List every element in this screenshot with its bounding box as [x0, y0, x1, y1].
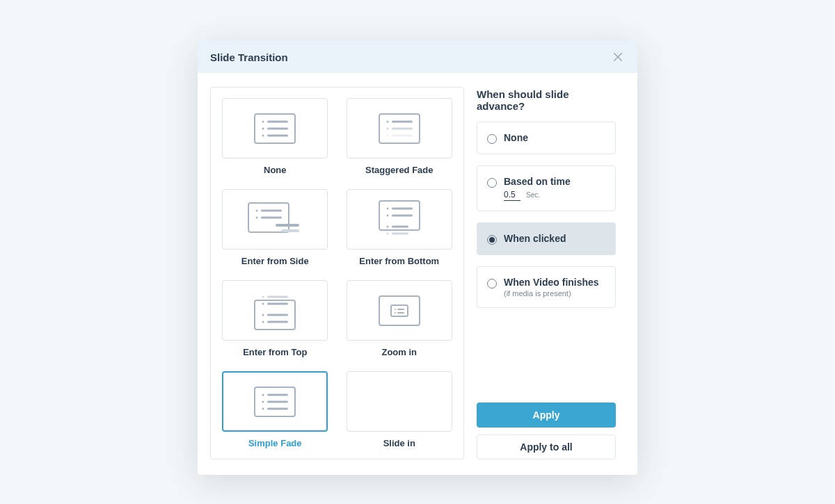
transition-none[interactable]: None	[221, 98, 329, 175]
enter-top-icon	[254, 291, 296, 330]
svg-point-22	[386, 207, 388, 209]
advance-option-video[interactable]: When Video finishes (if media is present…	[477, 266, 616, 308]
svg-rect-23	[392, 207, 413, 209]
time-unit-label: Sec.	[526, 191, 540, 199]
time-value-input[interactable]: 0.5	[504, 190, 520, 201]
transition-label: None	[264, 165, 287, 175]
transition-tile[interactable]	[347, 189, 452, 250]
transition-label: Staggered Fade	[365, 165, 434, 175]
svg-point-1	[262, 120, 264, 122]
svg-rect-32	[267, 314, 288, 316]
advance-option-time[interactable]: Based on time 0.5 Sec.	[477, 165, 616, 211]
svg-rect-4	[267, 127, 288, 129]
zoom-in-icon	[379, 295, 420, 326]
svg-rect-20	[281, 229, 299, 232]
transition-slide-in[interactable]: Slide in	[346, 371, 454, 448]
svg-point-26	[386, 225, 388, 227]
transition-simple-fade[interactable]: Simple Fade	[221, 371, 329, 448]
svg-rect-2	[267, 120, 288, 122]
svg-point-37	[262, 302, 264, 304]
enter-side-icon	[248, 202, 302, 237]
svg-point-35	[262, 295, 264, 298]
advance-option-click[interactable]: When clicked	[477, 222, 616, 255]
svg-rect-47	[267, 393, 288, 396]
time-row: 0.5 Sec.	[504, 190, 571, 201]
radio-icon	[487, 178, 497, 188]
radio-icon	[487, 235, 497, 245]
enter-bottom-icon	[379, 200, 420, 239]
svg-rect-18	[261, 216, 282, 218]
svg-point-46	[262, 393, 264, 396]
staggered-fade-icon	[379, 113, 420, 144]
svg-rect-25	[392, 214, 413, 216]
transition-tile[interactable]	[222, 280, 328, 341]
apply-to-all-button[interactable]: Apply to all	[477, 434, 616, 460]
close-icon	[612, 51, 624, 63]
apply-button[interactable]: Apply	[477, 403, 616, 428]
option-label: None	[504, 132, 528, 143]
svg-rect-19	[276, 224, 299, 227]
transition-label: Enter from Top	[243, 347, 307, 357]
svg-point-28	[386, 232, 388, 234]
advance-option-none[interactable]: None	[477, 122, 616, 154]
transition-label: Slide in	[383, 438, 415, 448]
list-card-icon	[254, 113, 296, 144]
svg-rect-34	[267, 320, 288, 323]
svg-point-33	[262, 320, 264, 323]
transition-label: Zoom in	[381, 347, 417, 357]
transition-enter-from-side[interactable]: Enter from Side	[221, 189, 329, 266]
transition-label: Enter from Side	[241, 256, 309, 266]
option-label: When Video finishes	[504, 277, 599, 288]
advance-title: When should slide advance?	[477, 88, 616, 112]
svg-point-31	[262, 314, 264, 316]
svg-point-50	[262, 407, 264, 409]
svg-rect-39	[379, 296, 420, 325]
svg-point-15	[256, 209, 258, 211]
svg-rect-9	[392, 120, 413, 122]
svg-rect-6	[267, 134, 288, 136]
svg-rect-49	[267, 400, 288, 403]
svg-point-43	[395, 312, 396, 314]
transition-enter-from-bottom[interactable]: Enter from Bottom	[346, 189, 454, 266]
svg-point-48	[262, 400, 264, 403]
transitions-panel: None Staggered Fade	[210, 87, 464, 460]
svg-rect-42	[397, 309, 404, 310]
advance-panel: When should slide advance? None Based on…	[477, 87, 616, 460]
transition-label: Simple Fade	[248, 438, 302, 448]
svg-rect-44	[397, 312, 404, 314]
svg-point-24	[386, 214, 388, 216]
svg-rect-29	[392, 232, 408, 234]
transition-tile[interactable]	[222, 189, 328, 250]
svg-point-12	[386, 134, 388, 136]
radio-icon	[487, 279, 497, 288]
transition-enter-from-top[interactable]: Enter from Top	[221, 280, 329, 357]
svg-rect-11	[392, 127, 413, 129]
transition-tile[interactable]	[347, 280, 452, 341]
transition-zoom-in[interactable]: Zoom in	[346, 280, 454, 357]
simple-fade-icon	[254, 387, 296, 417]
svg-rect-36	[267, 295, 288, 298]
transition-label: Enter from Bottom	[359, 256, 439, 266]
transition-tile[interactable]	[347, 98, 452, 158]
svg-point-3	[262, 127, 264, 129]
option-label: Based on time	[504, 176, 571, 187]
transition-tile[interactable]	[347, 371, 452, 432]
svg-rect-27	[392, 225, 408, 227]
option-label: When clicked	[504, 233, 566, 244]
transition-staggered-fade[interactable]: Staggered Fade	[346, 98, 454, 175]
svg-point-41	[395, 309, 396, 310]
svg-rect-40	[391, 305, 408, 316]
transitions-grid: None Staggered Fade	[221, 98, 453, 448]
option-sublabel: (if media is present)	[504, 289, 599, 298]
svg-point-10	[386, 127, 388, 129]
svg-rect-13	[392, 134, 413, 136]
transition-tile[interactable]	[222, 371, 328, 432]
slide-transition-dialog: Slide Transition	[198, 40, 637, 475]
close-button[interactable]	[611, 50, 625, 64]
dialog-title: Slide Transition	[210, 51, 288, 63]
svg-rect-38	[267, 302, 288, 304]
svg-point-17	[256, 216, 258, 218]
transition-tile[interactable]	[222, 98, 328, 158]
dialog-header: Slide Transition	[198, 40, 637, 73]
svg-rect-16	[261, 209, 282, 211]
